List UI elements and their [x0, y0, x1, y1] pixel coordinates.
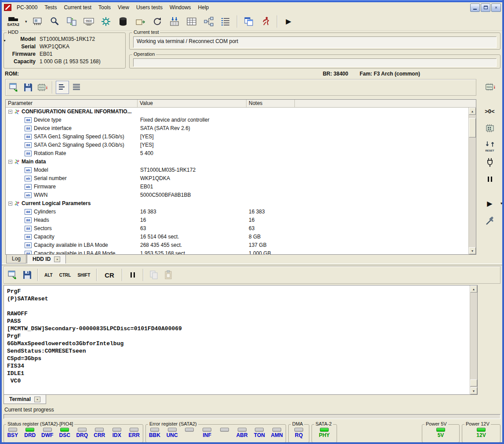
sector-grid-button[interactable] — [183, 14, 200, 30]
param-name-cell: 88Cylinders — [6, 208, 138, 216]
menu-item-windows[interactable]: Windows — [166, 3, 195, 12]
export-button[interactable] — [7, 81, 21, 94]
tree-collapse-icon[interactable]: − — [8, 202, 12, 206]
scroll-thumb[interactable] — [469, 118, 476, 137]
param-row-sectors[interactable]: 88Sectors6363 — [6, 224, 468, 233]
shift-key-button[interactable]: SHIFT — [75, 271, 93, 280]
menu-item-current-test[interactable]: Current test — [60, 3, 95, 12]
power-connector-button[interactable] — [482, 155, 497, 170]
detail-view-button[interactable] — [70, 81, 83, 94]
registers-button[interactable] — [482, 121, 497, 135]
param-row-configuration-general-informatio[interactable]: −CONFIGURATION GENERAL INFORMATIO... — [6, 108, 468, 116]
column-header-parameter[interactable]: Parameter — [6, 100, 138, 107]
param-row-device-type[interactable]: 88Device typeFixed device and/or control… — [6, 116, 468, 124]
soft-reset-button[interactable]: RESET — [482, 138, 497, 152]
save-button[interactable] — [22, 81, 35, 94]
menu-item-tools[interactable]: Tools — [95, 3, 114, 12]
port-select-dropdown-icon[interactable]: ▾ — [24, 19, 29, 24]
param-row-model[interactable]: abModelST1000LM035-1RK172 — [6, 166, 468, 174]
param-row-device-interface[interactable]: 88Device interfaceSATA (SATA Rev 2.6) — [6, 124, 468, 133]
rom-read-button[interactable]: 0101i — [482, 80, 497, 94]
terminal-paste-button[interactable] — [162, 268, 175, 282]
terminal-output[interactable]: PrgF(P)SATAResetRAWOFFPASS[MCMTW_DSW]Sec… — [4, 285, 478, 395]
run-task-button[interactable] — [257, 14, 274, 30]
copy-windows-button[interactable] — [240, 14, 257, 30]
close-button[interactable]: × — [491, 4, 501, 12]
hdd-field-label: Serial — [7, 43, 36, 51]
led-item-unused — [182, 428, 197, 433]
param-row-serial-number[interactable]: abSerial numberWKP1QDKA — [6, 174, 468, 183]
led-item-rq: RQ — [291, 428, 306, 438]
horizontal-splitter[interactable] — [2, 264, 502, 265]
minimize-button[interactable] — [470, 4, 480, 12]
column-header-value[interactable]: Value — [138, 100, 247, 107]
param-row-current-logical-parameters[interactable]: −Current Logical Parameters — [6, 199, 468, 208]
led-inf-indicator — [203, 428, 211, 432]
rom-info-button[interactable]: 0101i — [36, 81, 49, 94]
toolbar-separator — [96, 269, 97, 281]
alt-key-button[interactable]: ALT — [42, 271, 55, 280]
tree-collapse-icon[interactable]: − — [8, 110, 12, 114]
run-script-button[interactable]: ▶ ▾ — [482, 197, 497, 211]
param-row-heads[interactable]: 88Heads1616 — [6, 216, 468, 224]
column-header-notes[interactable]: Notes — [247, 100, 295, 107]
param-row-rotation-rate[interactable]: 88Rotation Rate5 400 — [6, 149, 468, 158]
terminal-scrollbar[interactable]: ▲ ▼ — [470, 285, 477, 394]
terminal-speed-button[interactable]: 9600 — [80, 14, 97, 30]
param-row-capacity-available-in-lba-48-mode[interactable]: 88Capacity available in LBA 48 Mode1 953… — [6, 249, 468, 254]
param-row-cylinders[interactable]: 88Cylinders16 38316 383 — [6, 208, 468, 216]
terminal-export-button[interactable] — [6, 268, 19, 282]
heads-map-button[interactable] — [200, 14, 217, 30]
start-test-button[interactable]: ▶ — [280, 14, 297, 30]
menu-item-tests[interactable]: Tests — [41, 3, 60, 12]
tab-close-button[interactable]: × — [34, 397, 40, 402]
hdd-button[interactable] — [115, 14, 131, 30]
menu-item-users-tests[interactable]: Users tests — [133, 3, 166, 12]
param-row-main-data[interactable]: −Main data — [6, 158, 468, 166]
scroll-down-arrow[interactable]: ▼ — [469, 247, 476, 254]
tab-terminal[interactable]: Terminal × — [4, 395, 46, 404]
refresh-button[interactable] — [149, 14, 166, 30]
scroll-track[interactable] — [470, 292, 477, 387]
tree-collapse-icon[interactable]: − — [8, 160, 12, 164]
param-row-capacity[interactable]: 88Capacity16 514 064 sect.8 GB — [6, 233, 468, 241]
load-translator-button[interactable] — [166, 14, 183, 30]
param-row-firmware[interactable]: abFirmwareEB01 — [6, 183, 468, 191]
tools-button[interactable] — [482, 214, 497, 228]
tab-hdd-id[interactable]: HDD ID × — [27, 255, 66, 264]
menu-item-view[interactable]: View — [114, 3, 133, 12]
settings-gear-button[interactable] — [98, 14, 114, 30]
menu-item-pc-3000[interactable]: PC-3000 — [13, 3, 41, 12]
search-button[interactable] — [46, 14, 63, 30]
scroll-up-arrow[interactable]: ▲ — [470, 285, 477, 292]
scroll-thumb[interactable] — [470, 379, 477, 386]
app-icon — [4, 4, 11, 11]
restore-button[interactable] — [481, 4, 490, 12]
drive-duplicate-button[interactable] — [63, 14, 80, 30]
recalibrate-button[interactable]: >0< — [482, 104, 497, 118]
menu-item-help[interactable]: Help — [195, 3, 213, 12]
terminal-copy-button[interactable] — [147, 268, 160, 282]
scroll-down-arrow[interactable]: ▼ — [470, 387, 477, 394]
param-row-sata-gen1-signaling-speed-1-5gb-s[interactable]: 88SATA Gen1 Signaling Speed (1.5Gb/s)[YE… — [6, 133, 468, 141]
tab-log[interactable]: Log — [6, 255, 26, 264]
param-row-capacity-available-in-lba-mode[interactable]: 88Capacity available in LBA Mode268 435 … — [6, 241, 468, 249]
brief-view-button[interactable] — [56, 81, 69, 94]
scroll-track[interactable] — [469, 115, 476, 247]
tab-close-button[interactable]: × — [54, 256, 60, 262]
cr-key-button[interactable]: CR — [101, 270, 118, 280]
param-table-scrollbar[interactable]: ▲ ▼ — [468, 108, 476, 254]
param-row-sata-gen2-signaling-speed-3-0gb-s[interactable]: 88SATA Gen2 Signaling Speed (3.0Gb/s)[YE… — [6, 141, 468, 149]
run-script-dropdown-icon[interactable]: ▾ — [500, 201, 503, 206]
read-object-button[interactable] — [132, 14, 149, 30]
pause-button[interactable] — [482, 173, 497, 187]
script-list-button[interactable] — [218, 14, 234, 30]
terminal-save-button[interactable] — [21, 268, 34, 282]
hdd-expand-arrow[interactable]: ▼ — [3, 39, 6, 42]
power-supply-button[interactable] — [29, 14, 46, 30]
param-row-wwn[interactable]: abWWN5000C500BFA8B1BB — [6, 191, 468, 199]
terminal-pause-button[interactable] — [126, 271, 139, 279]
scroll-up-arrow[interactable]: ▲ — [469, 108, 476, 115]
port-select-button[interactable]: SATA2 — [3, 14, 23, 30]
ctrl-key-button[interactable]: CTRL — [57, 271, 74, 280]
